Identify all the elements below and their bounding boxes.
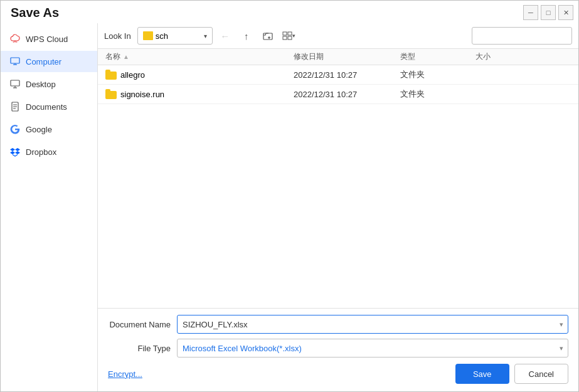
action-buttons: Save Cancel bbox=[455, 364, 568, 384]
bottom-area: Document Name ▾ File Type Microsoft Exce… bbox=[98, 308, 578, 391]
google-icon bbox=[9, 124, 21, 135]
search-wrapper: 🔍 bbox=[472, 27, 572, 45]
file-type-select-wrapper: Microsoft Excel Workbook(*.xlsx) ▾ bbox=[177, 339, 568, 358]
desktop-icon bbox=[9, 78, 21, 90]
file-name: signoise.run bbox=[120, 90, 164, 99]
cloud-icon bbox=[9, 33, 21, 45]
desktop-label: Desktop bbox=[26, 80, 56, 89]
file-list-area: 名称 ▲ 修改日期 类型 大小 allegro bbox=[98, 49, 578, 308]
header-type: 类型 bbox=[400, 51, 475, 62]
dropbox-icon bbox=[9, 146, 21, 157]
file-list-header: 名称 ▲ 修改日期 类型 大小 bbox=[98, 49, 578, 65]
toolbar: Look In sch ▾ ← ↑ bbox=[98, 23, 578, 49]
right-panel: Look In sch ▾ ← ↑ bbox=[98, 23, 578, 391]
doc-name-row: Document Name ▾ bbox=[108, 315, 568, 334]
sidebar-item-desktop[interactable]: Desktop bbox=[1, 73, 97, 95]
google-label: Google bbox=[26, 125, 52, 134]
file-name-cell: signoise.run bbox=[105, 89, 294, 99]
dialog-title: Save As bbox=[11, 6, 59, 20]
look-in-arrow-icon: ▾ bbox=[204, 33, 207, 40]
view-options-button[interactable]: ▾ bbox=[280, 27, 298, 45]
header-name: 名称 ▲ bbox=[105, 51, 294, 62]
search-input[interactable] bbox=[472, 27, 572, 45]
documents-icon bbox=[9, 101, 21, 112]
cancel-button[interactable]: Cancel bbox=[514, 364, 568, 384]
svg-rect-13 bbox=[263, 33, 272, 40]
title-bar: Save As ─ □ ✕ bbox=[1, 1, 578, 23]
encrypt-link[interactable]: Encrypt... bbox=[108, 369, 142, 379]
sidebar-item-google[interactable]: Google bbox=[1, 119, 97, 140]
sidebar-item-documents[interactable]: Documents bbox=[1, 96, 97, 117]
current-folder-icon bbox=[143, 31, 153, 40]
bottom-buttons: Encrypt... Save Cancel bbox=[108, 364, 568, 384]
maximize-button[interactable]: □ bbox=[541, 5, 556, 20]
close-button[interactable]: ✕ bbox=[558, 5, 573, 20]
back-button[interactable]: ← bbox=[216, 27, 234, 45]
svg-rect-6 bbox=[11, 80, 19, 86]
doc-name-input-wrapper: ▾ bbox=[177, 315, 568, 334]
main-area: WPS Cloud Computer bbox=[1, 23, 578, 391]
save-as-dialog: Save As ─ □ ✕ WPS Cloud bbox=[0, 0, 579, 392]
dropbox-label: Dropbox bbox=[26, 147, 56, 157]
documents-label: Documents bbox=[26, 102, 67, 112]
minimize-button[interactable]: ─ bbox=[523, 5, 538, 20]
file-type: 文件夹 bbox=[400, 69, 475, 80]
sidebar-item-computer[interactable]: Computer bbox=[1, 51, 97, 72]
file-date: 2022/12/31 10:27 bbox=[294, 70, 400, 80]
svg-rect-17 bbox=[288, 32, 292, 35]
folder-icon bbox=[105, 70, 117, 80]
file-name: allegro bbox=[120, 70, 145, 80]
sidebar: WPS Cloud Computer bbox=[1, 23, 98, 391]
file-type-select[interactable]: Microsoft Excel Workbook(*.xlsx) bbox=[177, 339, 568, 358]
sidebar-item-wps-cloud[interactable]: WPS Cloud bbox=[1, 28, 97, 50]
new-folder-button[interactable] bbox=[259, 27, 277, 45]
file-row-signoise[interactable]: signoise.run 2022/12/31 10:27 文件夹 bbox=[98, 85, 578, 104]
doc-name-label: Document Name bbox=[108, 320, 171, 329]
current-folder-name: sch bbox=[156, 31, 201, 41]
file-type-label: File Type bbox=[108, 344, 171, 353]
file-date: 2022/12/31 10:27 bbox=[294, 90, 400, 99]
svg-rect-19 bbox=[288, 36, 292, 40]
computer-label: Computer bbox=[26, 57, 61, 66]
save-button[interactable]: Save bbox=[455, 364, 509, 384]
folder-icon bbox=[105, 89, 117, 99]
up-button[interactable]: ↑ bbox=[238, 27, 255, 45]
look-in-select[interactable]: sch ▾ bbox=[137, 27, 213, 45]
header-date: 修改日期 bbox=[294, 51, 400, 62]
svg-rect-18 bbox=[283, 36, 287, 40]
computer-icon bbox=[9, 56, 21, 67]
window-controls: ─ □ ✕ bbox=[523, 5, 573, 20]
sort-arrow-icon: ▲ bbox=[123, 53, 129, 60]
file-type-row: File Type Microsoft Excel Workbook(*.xls… bbox=[108, 339, 568, 358]
wps-cloud-label: WPS Cloud bbox=[26, 34, 68, 44]
header-size: 大小 bbox=[475, 51, 571, 62]
file-row-allegro[interactable]: allegro 2022/12/31 10:27 文件夹 bbox=[98, 65, 578, 85]
file-type: 文件夹 bbox=[400, 88, 475, 100]
sidebar-item-dropbox[interactable]: Dropbox bbox=[1, 141, 97, 162]
svg-rect-16 bbox=[283, 32, 287, 35]
svg-rect-3 bbox=[11, 58, 19, 63]
look-in-label: Look In bbox=[104, 31, 131, 41]
file-name-cell: allegro bbox=[105, 70, 294, 80]
doc-name-input[interactable] bbox=[177, 315, 568, 334]
